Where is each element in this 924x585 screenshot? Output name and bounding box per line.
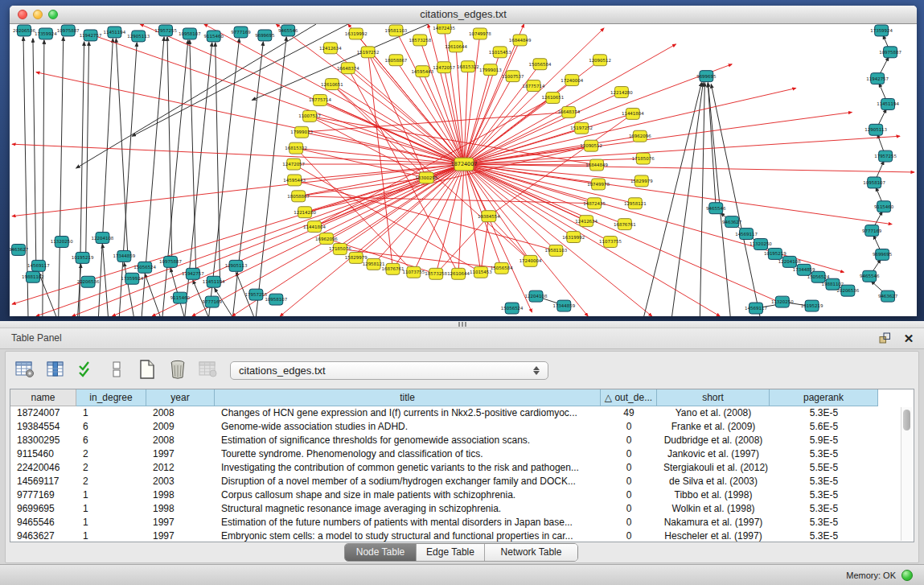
graph-node[interactable]: 16876761	[614, 219, 636, 230]
graph-node[interactable]: 12090512	[589, 55, 611, 66]
graph-node[interactable]: 15197252	[570, 122, 593, 134]
table-select[interactable]: citations_edges.txt	[230, 361, 548, 380]
graph-node[interactable]: 12905113	[225, 260, 248, 271]
graph-node[interactable]: 9777169	[203, 296, 223, 307]
graph-node[interactable]: 10749978	[587, 179, 610, 190]
graph-node[interactable]: 11015453	[489, 47, 511, 58]
graph-node[interactable]: 20206536	[836, 285, 859, 296]
graph-node[interactable]: 17999013	[290, 126, 313, 138]
graph-node[interactable]: 18775714	[523, 80, 545, 92]
table-row[interactable]: 946554611997Estimation of the future num…	[10, 516, 914, 529]
table-row[interactable]: 911546021997Tourette syndrome. Phenomeno…	[10, 447, 914, 461]
column-header-short[interactable]: short	[657, 389, 770, 406]
graph-node[interactable]: 16844849	[585, 159, 608, 171]
splitter-grip-icon[interactable]	[458, 322, 466, 327]
graph-node[interactable]: 12472057	[433, 62, 455, 73]
graph-node[interactable]: 10749978	[469, 28, 491, 39]
graph-node[interactable]: 11942757	[866, 73, 889, 84]
network-window-titlebar[interactable]: citations_edges.txt	[10, 6, 917, 24]
graph-node[interactable]: 12412634	[319, 43, 342, 54]
graph-node[interactable]: 16876761	[382, 263, 405, 274]
graph-node[interactable]: 9465546	[706, 203, 726, 214]
graph-node[interactable]: 10958107	[265, 294, 287, 305]
table-row[interactable]: 1872400712008Changes of HCN gene express…	[10, 406, 914, 420]
graph-node[interactable]: 11942757	[80, 30, 102, 41]
graph-node[interactable]: 15056584	[529, 59, 552, 70]
delete-column-button[interactable]	[166, 357, 190, 381]
column-header-pagerank[interactable]: pagerank	[770, 389, 878, 406]
table-row[interactable]: 946362711997Embryonic stem cells: a mode…	[10, 529, 914, 542]
graph-node[interactable]: 11007537	[502, 71, 524, 82]
graph-node[interactable]: 10958107	[863, 177, 885, 188]
network-view-canvas[interactable]: 2020653617359924109758871194275711451194…	[10, 24, 917, 316]
graph-node[interactable]: 11320250	[749, 239, 772, 250]
graph-node[interactable]: 15829979	[630, 175, 653, 187]
tab-edge-table[interactable]: Edge Table	[417, 544, 485, 561]
graph-node[interactable]: 10195219	[72, 252, 94, 263]
table-row[interactable]: 1938455462009Genome-wide association stu…	[10, 420, 914, 434]
table-row[interactable]: 2242004622012Investigating the contribut…	[10, 461, 914, 475]
graph-node[interactable]: 11320250	[771, 296, 794, 307]
table-row[interactable]: 1456911722003Disruption of a novel membe…	[10, 475, 914, 488]
graph-node[interactable]: 18573258	[409, 35, 431, 46]
column-header-title[interactable]: title	[215, 389, 601, 406]
graph-node[interactable]: 10975887	[57, 25, 80, 36]
graph-node[interactable]: 11015453	[470, 266, 492, 278]
memory-indicator-icon[interactable]	[901, 570, 913, 581]
graph-node[interactable]: 9465546	[860, 270, 880, 282]
table-row[interactable]: 977716911998Corpus callosum shape and si…	[10, 488, 914, 502]
graph-node[interactable]: 9463627	[722, 216, 741, 228]
graph-node[interactable]: 11451194	[877, 98, 899, 109]
graph-node[interactable]: 12472057	[282, 159, 305, 170]
graph-node[interactable]: 12905113	[864, 124, 887, 135]
network-window[interactable]: citations_edges.txt 20206536173599241097…	[10, 6, 917, 316]
graph-node[interactable]: 19881102	[22, 271, 44, 282]
graph-node[interactable]: 17240004	[519, 255, 542, 266]
network-graph[interactable]: 2020653617359924109758871194275711451194…	[10, 24, 917, 316]
graph-node[interactable]: 12610651	[321, 79, 343, 90]
delete-table-button[interactable]	[196, 357, 220, 381]
graph-node[interactable]: 11451194	[104, 27, 126, 38]
graph-node[interactable]: 16962096	[629, 130, 651, 142]
graph-node[interactable]: 19581103	[544, 245, 567, 256]
new-column-button[interactable]	[135, 357, 159, 381]
scrollbar-thumb[interactable]	[903, 410, 910, 431]
graph-node[interactable]: 18724007	[451, 158, 478, 171]
graph-node[interactable]: 17359924	[35, 28, 57, 39]
graph-node[interactable]: 16319992	[345, 28, 368, 39]
graph-node[interactable]: 17344859	[113, 250, 135, 262]
graph-node[interactable]: 14569117	[745, 303, 767, 314]
graph-node[interactable]: 18573258	[425, 268, 447, 279]
graph-node[interactable]: 12204108	[525, 290, 548, 302]
column-visibility-button[interactable]	[43, 357, 68, 381]
table-row[interactable]: 969969511998Structural magnetic resonanc…	[10, 502, 914, 516]
graph-node[interactable]: 9777169	[231, 27, 251, 38]
graph-node[interactable]: 9699695	[873, 249, 892, 260]
graph-node[interactable]: 17359924	[121, 273, 143, 284]
select-all-check-button[interactable]	[74, 357, 98, 381]
column-header-in-degree[interactable]: in_degree	[76, 389, 146, 406]
graph-node[interactable]: 17999013	[479, 64, 502, 76]
graph-node[interactable]: 9777169	[862, 225, 882, 237]
graph-node[interactable]: 9463627	[10, 244, 28, 255]
graph-node[interactable]: 12204108	[92, 233, 114, 244]
graph-node[interactable]: 11441804	[622, 108, 644, 119]
graph-node[interactable]: 18058867	[287, 191, 310, 202]
graph-node[interactable]: 9115460	[204, 31, 224, 42]
float-panel-button[interactable]	[877, 331, 892, 345]
tab-node-table[interactable]: Node Table	[345, 544, 417, 561]
graph-node[interactable]: 15197252	[357, 47, 380, 58]
graph-node[interactable]: 17344859	[552, 300, 575, 311]
graph-node[interactable]: 10195219	[801, 300, 823, 311]
graph-node[interactable]: 10975887	[879, 47, 901, 58]
graph-node[interactable]: 12905113	[127, 31, 150, 42]
vertical-scrollbar[interactable]	[901, 407, 913, 541]
graph-node[interactable]: 11451194	[203, 276, 225, 287]
table-row[interactable]: 1830029562008Estimation of significance …	[10, 434, 914, 447]
graph-node[interactable]: 17240004	[561, 75, 583, 86]
graph-node[interactable]: 9115460	[874, 201, 894, 212]
graph-node[interactable]: 14872435	[583, 198, 606, 209]
column-header-name[interactable]: name	[10, 389, 76, 406]
graph-node[interactable]: 9463627	[878, 290, 897, 302]
panel-splitter[interactable]	[0, 321, 924, 328]
